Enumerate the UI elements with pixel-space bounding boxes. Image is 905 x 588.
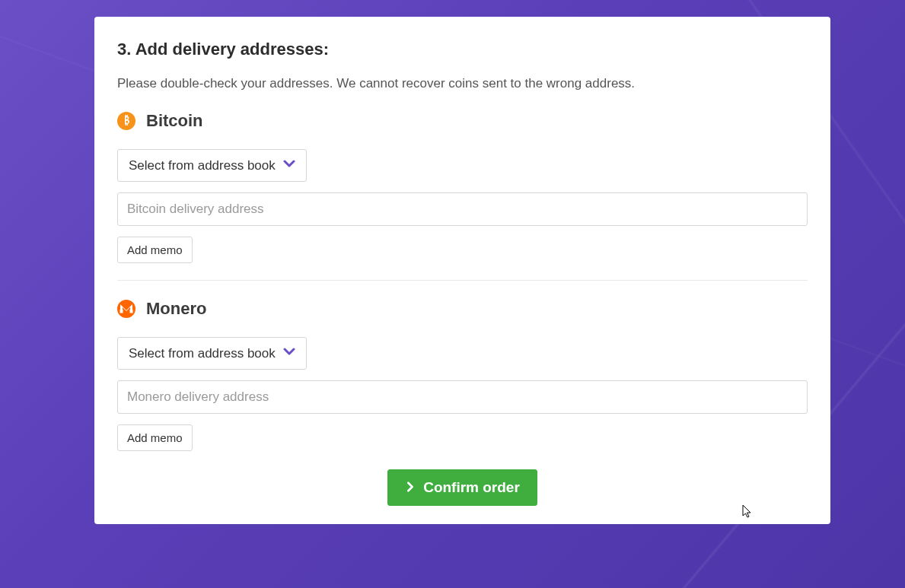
monero-add-memo-button[interactable]: Add memo: [117, 424, 193, 451]
confirm-order-button[interactable]: Confirm order: [387, 469, 537, 506]
delivery-address-card: 3. Add delivery addresses: Please double…: [94, 17, 830, 524]
monero-address-book-label: Select from address book: [129, 346, 276, 361]
svg-point-0: [117, 112, 135, 130]
svg-rect-2: [127, 115, 128, 116]
monero-address-book-select[interactable]: Select from address book: [117, 337, 307, 370]
chevron-right-icon: [405, 479, 416, 496]
bitcoin-address-input[interactable]: [117, 192, 808, 226]
bitcoin-add-memo-button[interactable]: Add memo: [117, 237, 193, 263]
bitcoin-address-book-select[interactable]: Select from address book: [117, 149, 307, 182]
monero-label: Monero: [146, 299, 206, 319]
step-heading: 3. Add delivery addresses:: [117, 40, 808, 59]
monero-address-input[interactable]: [117, 380, 808, 414]
confirm-order-label: Confirm order: [423, 479, 520, 496]
svg-point-5: [117, 300, 135, 318]
bitcoin-address-book-label: Select from address book: [129, 158, 276, 173]
section-divider: [117, 280, 808, 281]
bitcoin-label: Bitcoin: [146, 111, 203, 131]
svg-rect-4: [127, 124, 128, 126]
warning-text: Please double-check your addresses. We c…: [117, 76, 808, 91]
chevron-down-icon: [283, 345, 295, 361]
bitcoin-icon: [117, 112, 135, 130]
chevron-down-icon: [283, 157, 295, 173]
bitcoin-section-header: Bitcoin: [117, 111, 808, 131]
monero-section-header: Monero: [117, 299, 808, 319]
monero-icon: [117, 300, 135, 318]
svg-rect-3: [126, 124, 126, 126]
svg-rect-1: [126, 115, 126, 116]
